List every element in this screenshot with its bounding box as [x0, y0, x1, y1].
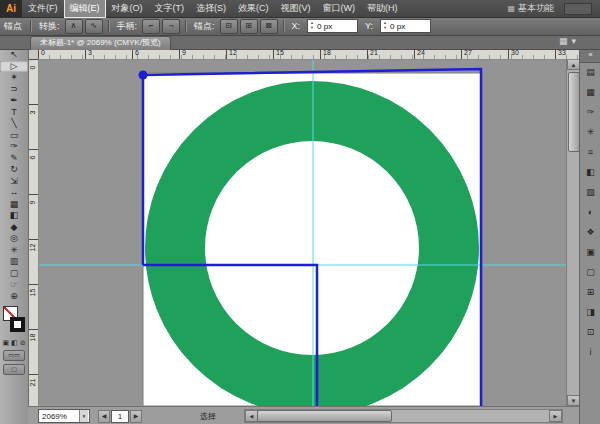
workspace-switcher[interactable]: ▦ 基本功能	[507, 2, 554, 15]
x-coordinate-field[interactable]: ▲▼ 0 px	[307, 19, 358, 33]
menu-search-box[interactable]	[564, 3, 592, 15]
hand-tool[interactable]: ☞	[0, 279, 28, 291]
chevron-down-icon[interactable]: ▾	[571, 36, 576, 46]
column-graph-tool[interactable]: ▥	[0, 256, 28, 268]
status-display[interactable]: 选择	[200, 411, 216, 422]
hide-handles-button[interactable]: ¬	[162, 19, 180, 34]
next-artboard-icon[interactable]: ▶	[130, 410, 142, 423]
artboard-tool[interactable]: ▢	[0, 268, 28, 280]
pencil-tool[interactable]: ✎	[0, 153, 28, 165]
symbols-panel-icon[interactable]: ✳	[580, 123, 600, 143]
stroke-swatch[interactable]	[10, 317, 25, 332]
vertical-scrollbar[interactable]: ▲ ▼	[566, 59, 580, 406]
magic-wand-tool[interactable]: ✶	[0, 72, 28, 84]
add-anchor-button[interactable]: ⊞	[240, 19, 258, 34]
none-mode-icon[interactable]: ⊘	[20, 339, 26, 347]
ruler-number: 12	[28, 239, 38, 284]
eyedropper-tool[interactable]: ◆	[0, 222, 28, 234]
menu-item[interactable]: 视图(V)	[276, 0, 316, 17]
menu-item[interactable]: 效果(C)	[233, 0, 274, 17]
lasso-tool[interactable]: ⊃	[0, 84, 28, 96]
transparency-panel-icon[interactable]: ▨	[580, 183, 600, 203]
color-panel-icon[interactable]: ▤	[580, 63, 600, 83]
ruler-number: 0	[38, 49, 85, 59]
cut-path-button[interactable]: ⊠	[260, 19, 278, 34]
symbol-sprayer-tool[interactable]: ✳	[0, 245, 28, 257]
zoom-value: 2069%	[42, 412, 67, 421]
artboards-panel-icon[interactable]: ▢	[580, 263, 600, 283]
canvas-svg[interactable]	[38, 59, 566, 406]
swatches-panel-icon[interactable]: ▦	[580, 83, 600, 103]
menu-item[interactable]: 文件(F)	[23, 0, 63, 17]
line-segment-tool[interactable]: ╲	[0, 118, 28, 130]
gradient-panel-icon[interactable]: ◧	[580, 163, 600, 183]
gradient-tool[interactable]: ◧	[0, 210, 28, 222]
convert-to-corner-button[interactable]: ∧	[65, 19, 83, 34]
ruler-number: 3	[28, 104, 38, 149]
ruler-number: 12	[226, 49, 273, 59]
vertical-ruler[interactable]: 036912151821	[28, 59, 39, 406]
x-label: X:	[292, 21, 301, 31]
menu-item[interactable]: 编辑(E)	[65, 0, 105, 17]
arrange-documents-icon[interactable]: ▦	[559, 36, 568, 46]
anchor-point[interactable]	[139, 71, 148, 80]
menu-item[interactable]: 文字(T)	[150, 0, 190, 17]
width-tool[interactable]: ↔	[0, 187, 28, 199]
fill-stroke-widget	[0, 305, 28, 337]
blend-tool[interactable]: ◎	[0, 233, 28, 245]
spinner-icon[interactable]: ▲▼	[382, 20, 388, 30]
horizontal-ruler[interactable]: 03691215182124273033	[38, 49, 579, 60]
menu-item[interactable]: 帮助(H)	[362, 0, 403, 17]
convert-to-smooth-button[interactable]: ∿	[85, 19, 103, 34]
horizontal-scroll-thumb[interactable]	[257, 410, 392, 422]
show-handles-button[interactable]: ⌐	[142, 19, 160, 34]
panel-icon-strip: « ▤ ▦ ✑ ✳ ≡	[579, 49, 600, 424]
direct-selection-tool[interactable]: ▷	[0, 61, 28, 73]
zoom-dropdown[interactable]: 2069% ▼	[38, 409, 90, 423]
ruler-number: 21	[367, 49, 414, 59]
horizontal-scrollbar[interactable]: ◀ ▶	[244, 409, 563, 423]
menu-item[interactable]: 对象(O)	[107, 0, 148, 17]
mesh-tool[interactable]: ▦	[0, 199, 28, 211]
artboard-number-field[interactable]: 1	[111, 410, 129, 423]
appearance-panel-icon[interactable]: ◐	[580, 203, 600, 223]
scale-tool[interactable]: ⇲	[0, 176, 28, 188]
canvas-area[interactable]	[38, 59, 566, 406]
stroke-panel-icon[interactable]: ≡	[580, 143, 600, 163]
drawing-modes-button[interactable]: ▭▭	[3, 350, 25, 361]
type-tool[interactable]: T	[0, 107, 28, 119]
info-panel-icon[interactable]: i	[580, 343, 600, 363]
pathfinder-panel-icon[interactable]: ◨	[580, 303, 600, 323]
ruler-number: 27	[461, 49, 508, 59]
rectangle-tool[interactable]: ▭	[0, 130, 28, 142]
document-tab[interactable]: 未标题-1* @ 2069% (CMYK/预览)	[30, 36, 171, 50]
x-value: 0 px	[317, 22, 332, 31]
spinner-icon[interactable]: ▲▼	[309, 20, 315, 30]
screen-mode-button[interactable]: ▢	[3, 364, 25, 375]
ruler-number: 15	[28, 284, 38, 329]
selection-tool[interactable]: ↖	[0, 49, 28, 61]
scroll-right-icon[interactable]: ▶	[549, 410, 562, 422]
gradient-mode-icon[interactable]: ◧	[11, 339, 18, 347]
control-bar: 锚点 转换: ∧∿ 手柄: ⌐¬ 锚点: ⊟⊞⊠ X: ▲▼ 0 px Y: ▲…	[0, 17, 600, 36]
anchor-buttons: ⊟⊞⊠	[219, 19, 279, 34]
layers-panel-icon[interactable]: ▣	[580, 243, 600, 263]
expand-panels-button[interactable]: «	[580, 49, 600, 63]
align-panel-icon[interactable]: ⊞	[580, 283, 600, 303]
menu-item[interactable]: 选择(S)	[191, 0, 231, 17]
color-mode-icon[interactable]: ▣	[2, 339, 9, 347]
rotate-tool[interactable]: ↻	[0, 164, 28, 176]
previous-artboard-icon[interactable]: ◀	[98, 410, 110, 423]
zoom-tool[interactable]: ⊕	[0, 291, 28, 303]
graphic-styles-panel-icon[interactable]: ❖	[580, 223, 600, 243]
y-label: Y:	[365, 21, 373, 31]
menu-item[interactable]: 窗口(W)	[318, 0, 361, 17]
pen-tool[interactable]: ✒	[0, 95, 28, 107]
paintbrush-tool[interactable]: ✑	[0, 141, 28, 153]
remove-anchor-button[interactable]: ⊟	[220, 19, 238, 34]
workspace-grid-icon: ▦	[507, 4, 515, 13]
navigator-panel-icon[interactable]: ⊡	[580, 323, 600, 343]
y-coordinate-field[interactable]: ▲▼ 0 px	[380, 19, 431, 33]
ruler-number: 9	[179, 49, 226, 59]
brushes-panel-icon[interactable]: ✑	[580, 103, 600, 123]
